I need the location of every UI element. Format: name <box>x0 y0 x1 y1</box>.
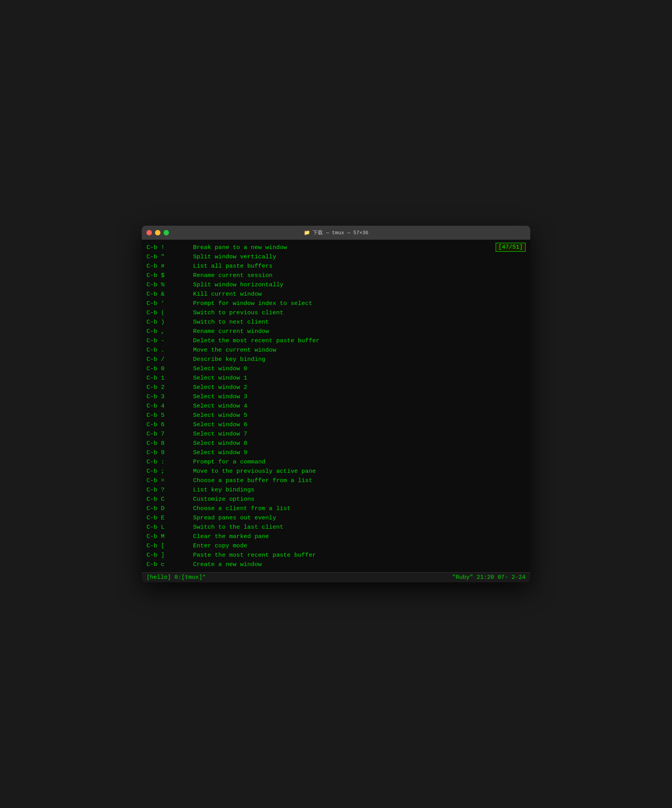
keybinding-description: Rename current window <box>193 327 269 336</box>
keybinding-description: Rename current session <box>193 271 273 280</box>
terminal-window: 📁 下载 — tmux — 57×36 [47/51] C-b !Break p… <box>142 226 530 583</box>
keybinding-description: Delete the most recent paste buffer <box>193 336 320 345</box>
keybinding-description: Switch to next client <box>193 317 269 327</box>
keybinding-description: Choose a client from a list <box>193 504 291 513</box>
keybinding-description: List key bindings <box>193 485 254 495</box>
keybinding-key: C-b 6 <box>146 420 193 429</box>
keybinding-row: C-b DChoose a client from a list <box>146 504 526 513</box>
keybinding-description: Customize options <box>193 495 254 504</box>
keybinding-row: C-b cCreate a new window <box>146 560 526 569</box>
keybinding-description: Choose a paste buffer from a list <box>193 476 312 485</box>
keybinding-description: Select window 4 <box>193 401 247 411</box>
keybinding-key: C-b M <box>146 532 193 541</box>
keybinding-key: C-b ) <box>146 317 193 327</box>
keybinding-description: Select window 7 <box>193 429 247 439</box>
keybinding-key: C-b C <box>146 495 193 504</box>
keybinding-row: C-b [Enter copy mode <box>146 541 526 550</box>
keybinding-row: C-b )Switch to next client <box>146 317 526 327</box>
keybinding-row: C-b (Switch to previous client <box>146 308 526 317</box>
keybinding-key: C-b E <box>146 513 193 522</box>
keybinding-description: Select window 8 <box>193 439 247 448</box>
keybinding-description: Select window 0 <box>193 364 247 373</box>
keybinding-key: C-b - <box>146 336 193 345</box>
keybinding-key: C-b ( <box>146 308 193 317</box>
traffic-lights <box>146 230 169 235</box>
keybinding-row: C-b LSwitch to the last client <box>146 522 526 532</box>
keybinding-row: C-b 0Select window 0 <box>146 364 526 373</box>
keybinding-key: C-b : <box>146 457 193 467</box>
keybinding-row: C-b #List all paste buffers <box>146 261 526 271</box>
keybinding-key: C-b 4 <box>146 401 193 411</box>
keybinding-description: Select window 3 <box>193 392 247 401</box>
keybinding-row: C-b MClear the marked pane <box>146 532 526 541</box>
statusbar: [hello] 0:[tmux]* "Ruby" 21:20 07- 2-24 <box>142 572 530 582</box>
keybinding-key: C-b # <box>146 261 193 271</box>
keybinding-row: C-b :Prompt for a command <box>146 457 526 467</box>
keybinding-key: C-b " <box>146 252 193 261</box>
keybinding-list: C-b !Break pane to a new windowC-b "Spli… <box>146 243 526 569</box>
keybinding-key: C-b ] <box>146 550 193 560</box>
keybinding-row: C-b 6Select window 6 <box>146 420 526 429</box>
keybinding-description: Select window 9 <box>193 448 247 457</box>
keybinding-key: C-b , <box>146 327 193 336</box>
keybinding-description: Move the current window <box>193 345 276 355</box>
keybinding-description: Kill current window <box>193 289 262 299</box>
keybinding-description: Enter copy mode <box>193 541 247 550</box>
keybinding-row: C-b 5Select window 5 <box>146 411 526 420</box>
keybinding-description: Break pane to a new window <box>193 243 287 252</box>
keybinding-row: C-b 4Select window 4 <box>146 401 526 411</box>
close-button[interactable] <box>146 230 152 235</box>
keybinding-key: C-b 5 <box>146 411 193 420</box>
status-right: "Ruby" 21:20 07- 2-24 <box>452 574 526 581</box>
keybinding-key: C-b 8 <box>146 439 193 448</box>
keybinding-description: Select window 6 <box>193 420 247 429</box>
status-left: [hello] 0:[tmux]* <box>146 574 206 581</box>
keybinding-description: Select window 5 <box>193 411 247 420</box>
keybinding-key: C-b ! <box>146 243 193 252</box>
keybinding-key: C-b 0 <box>146 364 193 373</box>
maximize-button[interactable] <box>164 230 169 235</box>
window-title: 📁 下载 — tmux — 57×36 <box>304 229 369 236</box>
keybinding-key: C-b . <box>146 345 193 355</box>
keybinding-description: Clear the marked pane <box>193 532 269 541</box>
keybinding-key: C-b ; <box>146 467 193 476</box>
keybinding-description: Split window vertically <box>193 252 276 261</box>
keybinding-row: C-b 1Select window 1 <box>146 373 526 383</box>
keybinding-description: Prompt for window index to select <box>193 299 312 308</box>
keybinding-key: C-b = <box>146 476 193 485</box>
keybinding-key: C-b ' <box>146 299 193 308</box>
titlebar: 📁 下载 — tmux — 57×36 <box>142 226 530 240</box>
keybinding-key: C-b 3 <box>146 392 193 401</box>
minimize-button[interactable] <box>155 230 160 235</box>
keybinding-description: Prompt for a command <box>193 457 265 467</box>
keybinding-row: C-b "Split window vertically <box>146 252 526 261</box>
keybinding-key: C-b ? <box>146 485 193 495</box>
keybinding-row: C-b .Move the current window <box>146 345 526 355</box>
keybinding-key: C-b $ <box>146 271 193 280</box>
keybinding-description: Move to the previously active pane <box>193 467 316 476</box>
keybinding-row: C-b ESpread panes out evenly <box>146 513 526 522</box>
keybinding-row: C-b ;Move to the previously active pane <box>146 467 526 476</box>
keybinding-key: C-b [ <box>146 541 193 550</box>
keybinding-row: C-b &Kill current window <box>146 289 526 299</box>
keybinding-row: C-b $Rename current session <box>146 271 526 280</box>
keybinding-row: C-b ,Rename current window <box>146 327 526 336</box>
keybinding-row: C-b ?List key bindings <box>146 485 526 495</box>
keybinding-key: C-b 1 <box>146 373 193 383</box>
keybinding-row: C-b ]Paste the most recent paste buffer <box>146 550 526 560</box>
keybinding-row: C-b -Delete the most recent paste buffer <box>146 336 526 345</box>
keybinding-row: C-b 9Select window 9 <box>146 448 526 457</box>
keybinding-key: C-b 2 <box>146 383 193 392</box>
keybinding-key: C-b / <box>146 355 193 364</box>
keybinding-description: Select window 2 <box>193 383 247 392</box>
keybinding-row: C-b =Choose a paste buffer from a list <box>146 476 526 485</box>
keybinding-key: C-b % <box>146 280 193 289</box>
keybinding-key: C-b c <box>146 560 193 569</box>
keybinding-row: C-b /Describe key binding <box>146 355 526 364</box>
keybinding-description: List all paste buffers <box>193 261 273 271</box>
keybinding-description: Create a new window <box>193 560 262 569</box>
keybinding-key: C-b & <box>146 289 193 299</box>
keybinding-key: C-b D <box>146 504 193 513</box>
keybinding-key: C-b 7 <box>146 429 193 439</box>
keybinding-row: C-b 3Select window 3 <box>146 392 526 401</box>
